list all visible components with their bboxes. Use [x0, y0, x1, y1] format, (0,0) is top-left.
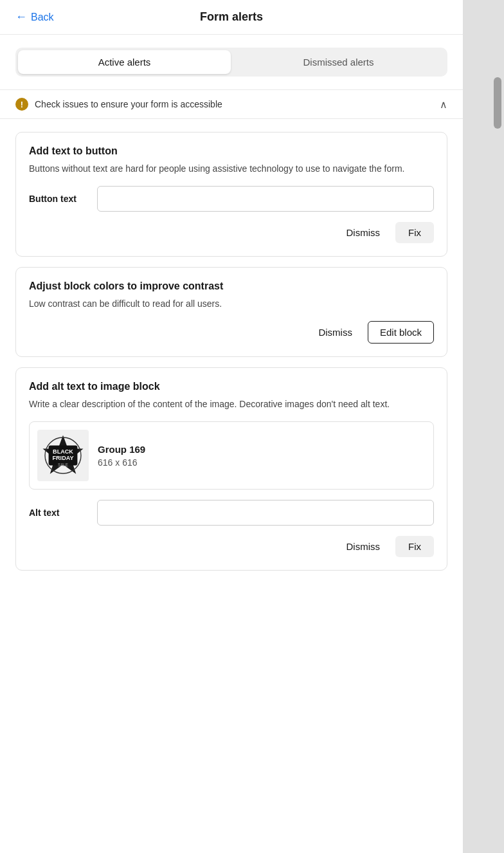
tab-switcher: Active alerts Dismissed alerts — [15, 48, 447, 77]
alert-desc-btn-text: Buttons without text are hard for people… — [29, 162, 434, 176]
alt-text-actions: Dismiss Fix — [29, 536, 434, 557]
alert-title-btn-text: Add text to button — [29, 145, 434, 157]
dismiss-btn-alt-text[interactable]: Dismiss — [339, 536, 388, 557]
accessibility-notice: ! Check issues to ensure your form is ac… — [0, 89, 463, 119]
fix-btn-alt-text[interactable]: Fix — [395, 536, 434, 557]
alt-text-label: Alt text — [29, 508, 87, 518]
edit-block-btn-contrast[interactable]: Edit block — [368, 321, 434, 344]
svg-text:FRIDAY: FRIDAY — [53, 455, 74, 461]
contrast-actions: Dismiss Edit block — [29, 321, 434, 344]
btn-text-input[interactable] — [97, 186, 434, 212]
back-arrow-icon: ← — [15, 10, 27, 24]
btn-text-input-row: Button text — [29, 186, 434, 212]
back-label: Back — [31, 12, 54, 23]
dismiss-btn-text[interactable]: Dismiss — [339, 222, 388, 243]
collapse-icon[interactable]: ∧ — [440, 98, 447, 111]
image-thumbnail: BLACK FRIDAY SALE — [37, 430, 89, 481]
alert-card-contrast: Adjust block colors to improve contrast … — [15, 267, 447, 357]
svg-text:BLACK: BLACK — [53, 448, 73, 455]
svg-text:SALE: SALE — [58, 463, 68, 467]
scrollbar-area — [463, 0, 504, 853]
black-friday-badge-icon: BLACK FRIDAY SALE — [40, 433, 86, 478]
btn-text-label: Button text — [29, 194, 87, 204]
image-name: Group 169 — [98, 444, 145, 455]
image-item-card: BLACK FRIDAY SALE Group 169 616 x 616 — [29, 421, 434, 490]
image-dimensions: 616 x 616 — [98, 457, 145, 468]
back-button[interactable]: ← Back — [15, 10, 54, 24]
main-panel: ← Back Form alerts Active alerts Dismiss… — [0, 0, 463, 853]
alert-title-alt-text: Add alt text to image block — [29, 381, 434, 392]
alert-card-btn-text: Add text to button Buttons without text … — [15, 132, 447, 257]
alt-text-input-row: Alt text — [29, 500, 434, 526]
header: ← Back Form alerts — [0, 0, 463, 35]
alert-title-contrast: Adjust block colors to improve contrast — [29, 280, 434, 292]
alert-desc-contrast: Low contrast can be difficult to read fo… — [29, 297, 434, 311]
page-title: Form alerts — [200, 10, 263, 24]
tab-active-alerts[interactable]: Active alerts — [18, 50, 231, 74]
warning-icon: ! — [15, 98, 28, 111]
alert-desc-alt-text: Write a clear description of the content… — [29, 398, 434, 411]
tab-dismissed-alerts[interactable]: Dismissed alerts — [232, 50, 445, 74]
notice-text: Check issues to ensure your form is acce… — [35, 99, 222, 109]
dismiss-btn-contrast[interactable]: Dismiss — [310, 322, 360, 343]
alerts-list: Add text to button Buttons without text … — [0, 119, 463, 583]
alt-text-input[interactable] — [97, 500, 434, 526]
btn-text-actions: Dismiss Fix — [29, 222, 434, 243]
scrollbar-thumb[interactable] — [494, 77, 501, 129]
alert-card-alt-text: Add alt text to image block Write a clea… — [15, 367, 447, 571]
fix-btn-text[interactable]: Fix — [395, 222, 434, 243]
image-info: Group 169 616 x 616 — [98, 444, 145, 468]
